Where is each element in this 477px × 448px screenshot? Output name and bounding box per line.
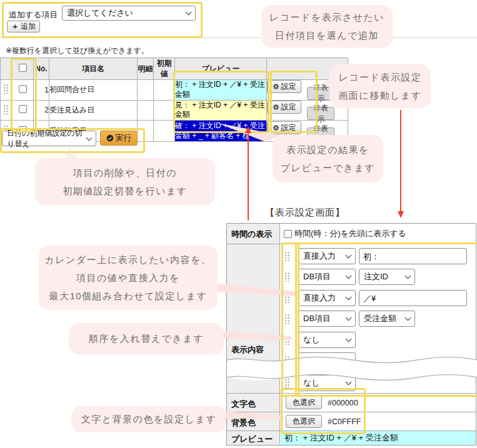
time-display-row: 時間(時：分)を先頭に表示する bbox=[281, 224, 476, 244]
chevron-down-icon bbox=[405, 315, 411, 321]
bg-color-row: 色選択 #C0FFFF bbox=[281, 412, 476, 431]
settings-button[interactable]: 設定 bbox=[267, 101, 301, 114]
bg-color-value: #C0FFFF bbox=[328, 417, 361, 426]
hide-button[interactable]: 非表示 bbox=[307, 107, 334, 120]
plus-icon: ＋ bbox=[11, 21, 19, 32]
col-no: No. bbox=[34, 58, 49, 80]
chevron-down-icon bbox=[346, 315, 352, 321]
color-picker-button[interactable]: 色選択 bbox=[286, 415, 322, 428]
settings-screen-title: 【表示設定画面】 bbox=[265, 207, 345, 219]
content-field-select[interactable]: 注文ID bbox=[359, 269, 415, 285]
gear-icon bbox=[273, 104, 279, 111]
add-item-label: 追加する項目 bbox=[9, 9, 58, 21]
bubble-delete-switch: 項目の削除や、日付の 初期値設定切替を行います bbox=[35, 158, 215, 206]
gear-icon bbox=[273, 124, 279, 131]
table-row: 2 受注見込み日 見： + 注文ID + ／¥ + 受注金額 設定 非表示 bbox=[1, 100, 348, 121]
display-content-row: 直接入力 ／¥ bbox=[281, 289, 476, 309]
chevron-down-icon bbox=[346, 336, 352, 342]
row-no: 1 bbox=[34, 80, 49, 101]
preview-value: 初： + 注文ID + ／¥ + 受注金額 bbox=[281, 431, 476, 445]
gear-icon bbox=[273, 83, 279, 90]
bubble-colors: 文字と背景の色を設定します bbox=[71, 406, 226, 432]
row-item-name: 初回問合せ日 bbox=[49, 80, 138, 101]
drag-handle[interactable] bbox=[284, 251, 290, 261]
col-preview: プレビュー bbox=[175, 58, 267, 80]
select-all-header bbox=[12, 58, 34, 80]
arrow-down-line bbox=[400, 110, 401, 211]
drag-handle[interactable] bbox=[284, 314, 290, 324]
row-checkbox[interactable] bbox=[19, 105, 27, 113]
text-color-value: #000000 bbox=[328, 399, 358, 407]
divider bbox=[0, 37, 477, 38]
arrow-down-icon bbox=[398, 211, 404, 218]
col-name: 項目名 bbox=[49, 58, 138, 80]
multi-select-note: ※複数行を選択して並び換えができます。 bbox=[6, 46, 149, 56]
row-initial bbox=[154, 100, 175, 121]
add-item-select[interactable]: 選択してください bbox=[62, 6, 196, 21]
row-preview: 初： + 注文ID + ／¥ + 受注金額 bbox=[175, 80, 267, 101]
chevron-down-icon bbox=[186, 9, 192, 16]
text-color-row: 色選択 #000000 bbox=[281, 394, 476, 412]
bubble-content-hint: カレンダー上に表示したい内容を、 項目の値や直接入力を 最大10個組み合わせて設… bbox=[39, 246, 218, 310]
text-color-label: 文字色 bbox=[227, 394, 280, 412]
display-content-row: 直接入力 初： bbox=[281, 247, 476, 267]
settings-button[interactable]: 設定 bbox=[267, 80, 301, 93]
chevron-down-icon bbox=[346, 252, 352, 259]
row-item-name: 受注見込み日 bbox=[49, 100, 138, 121]
select-all-checkbox[interactable] bbox=[19, 64, 27, 72]
drag-handle[interactable] bbox=[3, 84, 9, 94]
time-display-checkbox-label: 時間(時：分)を先頭に表示する bbox=[294, 228, 406, 239]
fold-break bbox=[227, 355, 477, 382]
row-preview: 見： + 注文ID + ／¥ + 受注金額 bbox=[175, 100, 267, 121]
time-display-label: 時間の表示 bbox=[227, 224, 280, 244]
page: 追加する項目 選択してください ＋追加 ※複数行を選択して並び換えができます。 … bbox=[0, 0, 477, 448]
content-text-input[interactable]: 初： bbox=[359, 248, 467, 264]
initial-value-switch-select[interactable]: 日付の初期値設定の切り替え bbox=[2, 131, 96, 146]
row-detail bbox=[138, 80, 154, 101]
row-initial bbox=[154, 121, 175, 142]
preview-label: プレビュー bbox=[227, 431, 280, 445]
content-text-input[interactable]: ／¥ bbox=[359, 290, 467, 306]
row-checkbox[interactable] bbox=[19, 85, 27, 93]
bubble-reorder: 順序を入れ替えできます bbox=[69, 323, 224, 354]
bubble-preview-result: 表示設定の結果を プレビューできます bbox=[273, 135, 383, 182]
chevron-down-icon bbox=[346, 294, 352, 301]
check-circle-icon bbox=[106, 134, 114, 142]
chevron-down-icon bbox=[346, 273, 352, 279]
col-detail: 明細 bbox=[138, 58, 154, 80]
bubble-settings-nav: レコード表示設定 画面に移動します bbox=[329, 64, 431, 108]
item-table-header: No. 項目名 明細 初期値 プレビュー bbox=[1, 58, 348, 80]
row-detail bbox=[138, 121, 154, 142]
row-no: 2 bbox=[34, 100, 49, 121]
drag-handle[interactable] bbox=[284, 272, 290, 282]
chevron-down-icon bbox=[86, 134, 93, 141]
row-detail bbox=[138, 100, 154, 121]
arrow-up-line bbox=[248, 132, 249, 221]
add-button[interactable]: ＋追加 bbox=[7, 21, 40, 32]
content-type-select[interactable]: 直接入力 bbox=[298, 290, 356, 306]
drag-col-header bbox=[1, 58, 12, 80]
time-display-checkbox[interactable] bbox=[284, 230, 292, 238]
col-initial: 初期値 bbox=[154, 58, 175, 80]
content-field-select[interactable]: 受注金額 bbox=[359, 311, 415, 327]
content-type-select[interactable]: DB項目 bbox=[298, 311, 356, 327]
bubble-add-hint: レコードを表示させたい 日付項目を選んで追加 bbox=[261, 5, 393, 47]
row-initial bbox=[154, 80, 175, 101]
chevron-down-icon bbox=[405, 273, 411, 279]
color-picker-button[interactable]: 色選択 bbox=[286, 396, 322, 409]
bubble-tail bbox=[64, 147, 78, 159]
content-type-select[interactable]: 直接入力 bbox=[298, 248, 356, 264]
display-content-row: なし bbox=[281, 331, 476, 351]
add-item-select-value: 選択してください bbox=[67, 7, 133, 19]
display-content-row: DB項目 受注金額 bbox=[281, 309, 476, 330]
settings-button[interactable]: 設定 bbox=[267, 121, 301, 134]
initial-value-switch-value: 日付の初期値設定の切り替え bbox=[7, 128, 83, 149]
drag-handle[interactable] bbox=[3, 104, 9, 114]
content-type-select[interactable]: なし bbox=[298, 332, 356, 348]
display-content-row: DB項目 注文ID bbox=[281, 267, 476, 288]
table-row: 1 初回問合せ日 初： + 注文ID + ／¥ + 受注金額 設定 非表示 bbox=[1, 80, 348, 101]
execute-button[interactable]: 実行 bbox=[100, 131, 138, 146]
content-type-select[interactable]: DB項目 bbox=[298, 269, 356, 285]
